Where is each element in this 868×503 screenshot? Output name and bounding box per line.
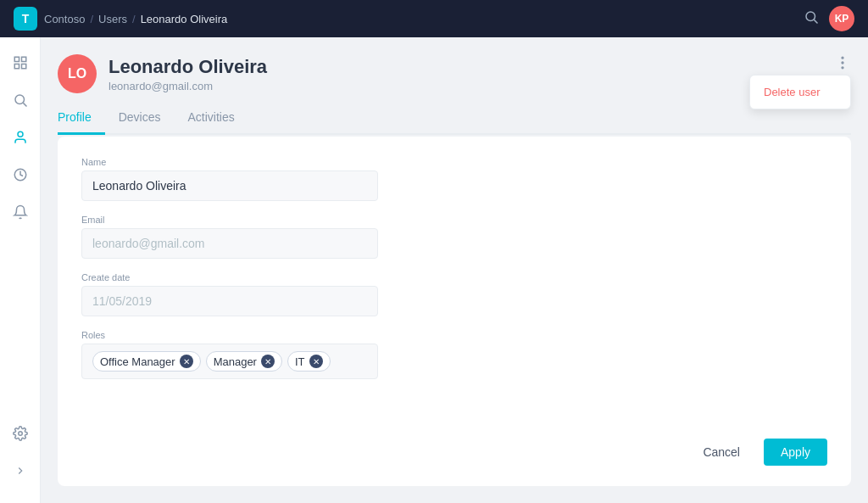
- role-tag-label: Manager: [214, 355, 257, 368]
- breadcrumb: Contoso / Users / Leonardo Oliveira: [44, 13, 227, 25]
- profile-form-card: Name Leonardo Oliveira Email leonardo@gm…: [58, 137, 851, 486]
- email-value[interactable]: leonardo@gmail.com: [81, 228, 378, 259]
- user-email: leonardo@gmail.com: [108, 80, 267, 92]
- cancel-button[interactable]: Cancel: [689, 439, 754, 466]
- sidebar-item-users[interactable]: [5, 122, 36, 153]
- svg-rect-3: [21, 57, 25, 61]
- tab-devices[interactable]: Devices: [119, 103, 175, 135]
- role-tag-it: IT ✕: [287, 351, 331, 372]
- sidebar-item-notifications[interactable]: [5, 197, 36, 227]
- user-name: Leonardo Oliveira: [108, 56, 267, 78]
- sidebar-item-grid[interactable]: [5, 48, 36, 78]
- svg-point-0: [806, 12, 815, 21]
- breadcrumb-section[interactable]: Users: [98, 13, 127, 25]
- svg-point-8: [18, 131, 23, 137]
- svg-line-7: [23, 103, 26, 106]
- delete-user-option[interactable]: Delete user: [750, 79, 850, 105]
- svg-point-13: [842, 67, 843, 69]
- breadcrumb-current: Leonardo Oliveira: [141, 13, 228, 25]
- sidebar: [0, 37, 41, 503]
- svg-rect-2: [14, 57, 19, 61]
- remove-manager-button[interactable]: ✕: [261, 355, 275, 368]
- main-content: LO Leonardo Oliveira leonardo@gmail.com …: [41, 37, 868, 503]
- email-field-group: Email leonardo@gmail.com: [81, 215, 378, 259]
- profile-tabs: Profile Devices Activities: [58, 103, 851, 135]
- app-logo[interactable]: T: [14, 7, 37, 31]
- nav-right: KP: [804, 6, 854, 31]
- breadcrumb-org[interactable]: Contoso: [44, 13, 85, 25]
- user-info: Leonardo Oliveira leonardo@gmail.com: [108, 56, 267, 92]
- tab-profile[interactable]: Profile: [58, 103, 105, 135]
- form-fields: Name Leonardo Oliveira Email leonardo@gm…: [81, 157, 378, 379]
- sidebar-expand-button[interactable]: [5, 455, 36, 486]
- top-navigation: T Contoso / Users / Leonardo Oliveira KP: [0, 0, 868, 37]
- delete-dropdown: Delete user: [749, 75, 851, 109]
- svg-line-1: [814, 20, 817, 23]
- role-tag-office-manager: Office Manager ✕: [92, 351, 201, 372]
- user-avatar-badge[interactable]: KP: [829, 6, 854, 31]
- user-header: LO Leonardo Oliveira leonardo@gmail.com …: [58, 54, 851, 93]
- roles-field-group: Roles Office Manager ✕ Manager ✕ IT ✕: [81, 330, 378, 379]
- svg-rect-5: [21, 64, 25, 69]
- create-date-value: 11/05/2019: [81, 286, 378, 316]
- svg-point-10: [18, 432, 22, 436]
- roles-label: Roles: [81, 330, 378, 340]
- user-header-left: LO Leonardo Oliveira leonardo@gmail.com: [58, 54, 267, 93]
- breadcrumb-sep1: /: [90, 13, 93, 25]
- roles-value: Office Manager ✕ Manager ✕ IT ✕: [81, 344, 378, 379]
- apply-button[interactable]: Apply: [764, 439, 827, 466]
- user-avatar: LO: [58, 54, 97, 93]
- remove-office-manager-button[interactable]: ✕: [180, 355, 193, 368]
- role-tag-label: IT: [295, 355, 305, 368]
- sidebar-item-activity[interactable]: [5, 159, 36, 190]
- role-tag-manager: Manager ✕: [206, 351, 282, 372]
- sidebar-top: [5, 48, 36, 227]
- name-value[interactable]: Leonardo Oliveira: [81, 170, 378, 201]
- svg-point-12: [842, 62, 843, 64]
- form-footer: Cancel Apply: [689, 439, 827, 466]
- sidebar-bottom: [5, 418, 36, 493]
- nav-left: T Contoso / Users / Leonardo Oliveira: [14, 7, 227, 31]
- create-date-field-group: Create date 11/05/2019: [81, 272, 378, 316]
- sidebar-item-settings[interactable]: [5, 418, 36, 449]
- breadcrumb-sep2: /: [132, 13, 136, 25]
- name-field-group: Name Leonardo Oliveira: [81, 157, 378, 201]
- email-label: Email: [81, 215, 378, 225]
- sidebar-item-search[interactable]: [5, 85, 36, 115]
- svg-rect-4: [14, 64, 19, 69]
- create-date-label: Create date: [81, 272, 378, 282]
- name-label: Name: [81, 157, 378, 167]
- role-tag-label: Office Manager: [100, 355, 175, 368]
- remove-it-button[interactable]: ✕: [309, 355, 323, 368]
- svg-point-11: [842, 57, 843, 59]
- svg-point-6: [15, 95, 25, 104]
- tab-activities[interactable]: Activities: [187, 103, 248, 135]
- more-options-button[interactable]: [834, 54, 851, 75]
- global-search-icon[interactable]: [804, 9, 819, 28]
- more-menu-container: Delete user: [834, 54, 851, 75]
- main-layout: LO Leonardo Oliveira leonardo@gmail.com …: [0, 37, 868, 503]
